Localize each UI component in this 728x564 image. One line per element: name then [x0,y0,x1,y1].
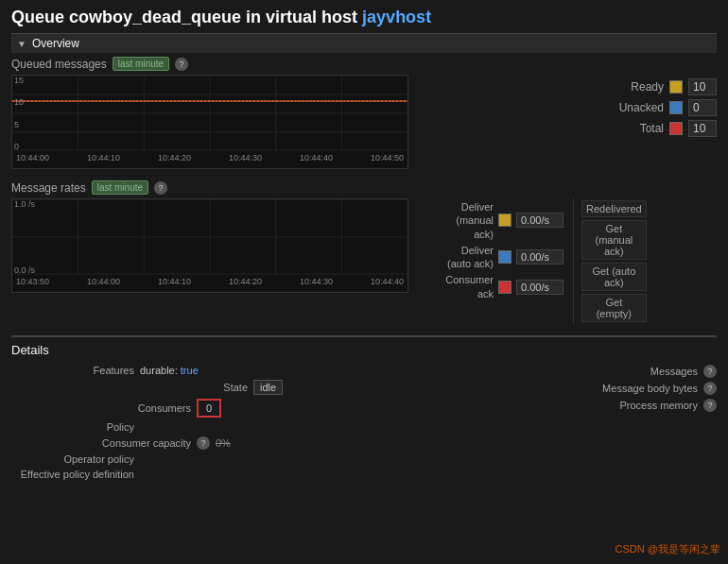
detail-message-body-bytes-help[interactable]: ? [703,382,717,395]
detail-process-memory-help[interactable]: ? [703,399,717,412]
message-rates-text: Message rates [11,181,86,195]
rates-x-axis: 10:43:50 10:44:00 10:44:10 10:44:20 10:4… [12,275,407,288]
details-left-col: Features durable: true State idle Consum… [11,365,371,484]
detail-process-memory-row: Process memory ? [390,399,717,412]
rate-consumer-ack-label: Consumerack [418,273,494,300]
rate-get-empty: Get(empty) [581,294,647,322]
rate-deliver-manual-value: 0.00/s [516,213,563,228]
queued-time-badge[interactable]: last minute [113,57,169,71]
detail-consumer-cap-help[interactable]: ? [197,436,210,450]
title-prefix: Queue [11,8,69,26]
detail-features-row: Features durable: true [11,365,371,376]
rate-deliver-auto-color [498,250,511,264]
rate-deliver-auto-value: 0.00/s [516,249,563,265]
legend-ready-label: Ready [607,80,664,94]
rate-get-auto-ack: Get (autoack) [581,263,647,291]
detail-state-row: State idle [11,380,371,395]
queued-messages-label: Queued messages last minute ? [11,57,717,71]
rate-deliver-manual-label: Deliver(manualack) [418,200,494,241]
rate-consumer-ack-value: 0.00/s [516,280,563,295]
rate-row-consumer-ack: Consumerack 0.00/s [418,273,563,300]
rate-redelivered: Redelivered [581,200,647,217]
legend-row-unacked: Unacked 0 [418,99,717,116]
detail-features-key: Features [11,365,134,376]
detail-consumer-cap-val: 0% [216,437,231,449]
rate-row-deliver-auto: Deliver(auto ack) 0.00/s [418,244,563,271]
legend-unacked-color [669,101,683,114]
details-section: Details Features durable: true State idl… [11,335,717,484]
detail-consumer-cap-key: Consumer capacity [68,437,191,449]
detail-message-body-bytes-row: Message body bytes ? [390,382,717,395]
title-middle: in virtual host [241,8,362,26]
legend-total-label: Total [607,122,664,135]
legend-unacked-value: 0 [688,99,717,116]
details-title: Details [11,343,717,357]
detail-consumer-capacity-row: Consumer capacity ? 0% [11,436,371,450]
rates-help-icon[interactable]: ? [154,181,167,195]
legend-ready-value: 10 [688,78,717,95]
y-axis-labels: 15 10 5 0 [14,76,24,151]
queued-help-icon[interactable]: ? [175,58,188,71]
detail-messages-label: Messages [650,366,698,377]
message-rates-label: Message rates last minute ? [11,180,717,195]
detail-effective-policy-row: Effective policy definition [11,469,371,480]
rates-right-legend: Redelivered Get(manualack) Get (autoack)… [573,198,647,324]
queued-x-axis: 10:44:00 10:44:10 10:44:20 10:44:30 10:4… [12,151,407,164]
detail-policy-key: Policy [11,421,134,433]
detail-operator-policy-key: Operator policy [11,453,134,465]
queued-legend: Ready 10 Unacked 0 Total 10 [418,75,717,169]
rate-get-manual-ack: Get(manualack) [581,220,647,260]
detail-messages-help[interactable]: ? [703,365,717,378]
detail-process-memory-label: Process memory [619,400,698,411]
watermark: CSDN @我是等闲之辈 [615,542,720,556]
detail-policy-row: Policy [11,421,371,433]
queued-chart-svg [12,76,407,151]
rates-chart: 1.0 /s 0.0 /s 10:43:50 10:44:00 10:44:10… [11,198,408,293]
legend-unacked-label: Unacked [607,101,664,114]
rates-left-legend: Deliver(manualack) 0.00/s Deliver(auto a… [418,198,563,324]
rate-consumer-ack-color [498,281,511,294]
detail-state-key: State [125,382,248,393]
legend-row-total: Total 10 [418,120,717,137]
rate-row-deliver-manual: Deliver(manualack) 0.00/s [418,200,563,241]
detail-messages-row: Messages ? [390,365,717,378]
rates-chart-svg [12,199,407,275]
legend-row-ready: Ready 10 [418,78,717,95]
vhost-name: jayvhost [362,8,431,26]
rates-y-axis: 1.0 /s 0.0 /s [14,199,35,275]
collapse-triangle-icon: ▼ [17,39,26,49]
detail-consumers-val: 0 [197,399,221,418]
detail-effective-policy-key: Effective policy definition [11,469,134,480]
page-title: Queue cowboy_dead_queue in virtual host … [11,8,717,27]
details-right-col: Messages ? Message body bytes ? Process … [390,365,717,484]
detail-consumers-row: Consumers 0 [11,399,371,418]
rate-deliver-manual-color [498,214,511,227]
rates-time-badge[interactable]: last minute [92,180,148,195]
legend-total-value: 10 [688,120,717,137]
queued-messages-section: 15 10 5 0 10:44:00 10:44:10 10:44:20 10:… [11,75,717,169]
detail-features-val: durable: true [140,365,199,376]
queued-messages-text: Queued messages [11,58,107,71]
message-rates-section: 1.0 /s 0.0 /s 10:43:50 10:44:00 10:44:10… [11,198,717,324]
queue-name: cowboy_dead_queue [69,8,241,26]
rate-deliver-auto-label: Deliver(auto ack) [418,244,494,271]
detail-state-val: idle [253,380,283,395]
legend-total-color [669,122,683,135]
overview-section-header[interactable]: ▼ Overview [11,33,717,53]
queued-chart: 15 10 5 0 10:44:00 10:44:10 10:44:20 10:… [11,75,408,169]
detail-message-body-bytes-label: Message body bytes [602,383,698,394]
overview-section-title: Overview [32,37,79,50]
legend-ready-color [669,80,683,94]
detail-operator-policy-row: Operator policy [11,453,371,465]
details-grid: Features durable: true State idle Consum… [11,365,717,484]
detail-consumers-key: Consumers [68,402,191,414]
